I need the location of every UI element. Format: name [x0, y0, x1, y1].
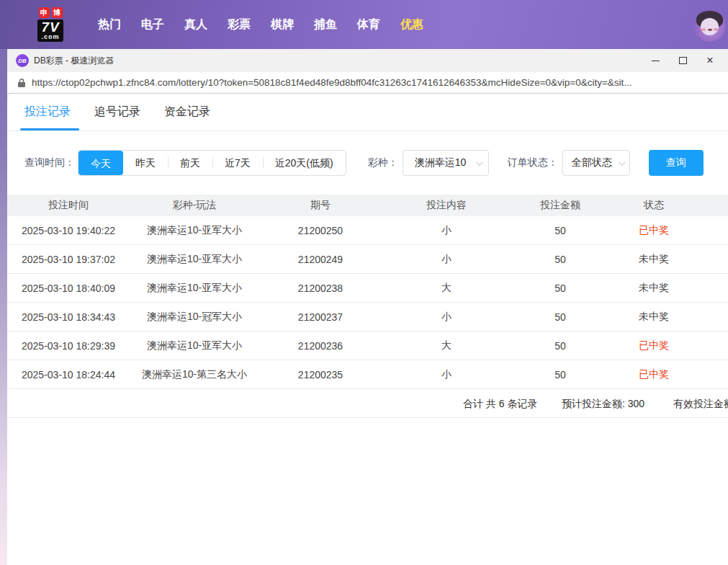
order-status-select[interactable]: 全部状态	[562, 150, 630, 176]
maximize-icon	[679, 57, 687, 64]
nav-item-体育[interactable]: 体育	[347, 17, 390, 32]
nav-item-捕鱼[interactable]: 捕鱼	[304, 17, 347, 32]
table-cell: 已中奖	[609, 224, 698, 237]
minimize-icon	[652, 61, 660, 61]
nav-item-电子[interactable]: 电子	[131, 17, 174, 32]
logo-sub-text: .com	[41, 34, 59, 40]
table-cell: 21200249	[259, 254, 382, 265]
table-row: 2025-03-10 19:40:22澳洲幸运10-亚军大小21200250小5…	[7, 216, 728, 245]
table-cell: 未中奖	[609, 311, 698, 324]
url-text: https://ctop02pchwp1.zfnc84.com/lottery/…	[32, 77, 632, 88]
table-cell: 澳洲幸运10-亚军大小	[130, 253, 259, 266]
table-cell: 澳洲幸运10-亚军大小	[130, 282, 259, 295]
status-select-value: 全部状态	[572, 156, 612, 169]
close-button[interactable]: ×	[696, 49, 724, 72]
table-cell: 2025-03-10 18:34:43	[7, 311, 130, 323]
avatar-face	[701, 18, 719, 35]
table-cell: 澳洲幸运10-亚军大小	[130, 224, 259, 237]
user-avatar[interactable]	[693, 9, 726, 42]
maximize-button[interactable]	[669, 49, 696, 72]
table-cell: 2025-03-10 18:40:09	[7, 282, 130, 294]
table-cell: 50	[511, 311, 609, 323]
status-filter-label: 订单状态：	[508, 156, 558, 169]
time-option-近20天(低频)[interactable]: 近20天(低频)	[263, 151, 346, 175]
table-cell: 50	[511, 225, 609, 236]
nav-item-棋牌[interactable]: 棋牌	[261, 17, 304, 32]
table-cell: 21200250	[259, 225, 382, 236]
table-row: 2025-03-10 18:34:43澳洲幸运10-冠军大小21200237小5…	[7, 303, 728, 332]
table-cell: 50	[511, 369, 609, 381]
table-row: 2025-03-10 18:24:44澳洲幸运10-第三名大小21200235小…	[7, 360, 728, 389]
table-cell: 2025-03-10 19:37:02	[7, 254, 130, 265]
summary-expected-amount: 预计投注金额: 300	[562, 398, 644, 411]
table-header-row: 投注时间彩种-玩法期号投注内容投注金额状态	[7, 195, 728, 216]
table-cell: 21200235	[259, 369, 382, 381]
table-cell: 2025-03-10 18:24:44	[7, 369, 130, 381]
search-button[interactable]: 查询	[649, 150, 704, 176]
table-cell: 已中奖	[609, 339, 698, 352]
close-icon: ×	[706, 55, 713, 66]
window-controls: ×	[642, 49, 724, 72]
summary-valid-amount: 有效投注金额:	[673, 398, 728, 411]
site-logo[interactable]: 申 博 7V .com	[30, 7, 71, 42]
time-option-今天[interactable]: 今天	[78, 151, 123, 175]
table-cell: 50	[511, 254, 609, 265]
table-cell: 小	[382, 253, 511, 266]
nav-item-优惠[interactable]: 优惠	[390, 17, 433, 32]
nav-item-热门[interactable]: 热门	[88, 17, 131, 32]
time-filter-label: 查询时间：	[24, 156, 75, 169]
table-cell: 未中奖	[609, 282, 698, 295]
nav-items: 热门电子真人彩票棋牌捕鱼体育优惠	[88, 17, 433, 32]
tab-追号记录[interactable]: 追号记录	[94, 104, 140, 130]
logo-box: 7V .com	[37, 19, 63, 42]
column-header: 投注时间	[7, 199, 130, 212]
table-row: 2025-03-10 18:40:09澳洲幸运10-亚军大小21200238大5…	[7, 274, 728, 303]
table-cell: 小	[382, 368, 511, 381]
filter-bar: 查询时间： 今天昨天前天近7天近20天(低频) 彩种： 澳洲幸运10 订单状态：…	[7, 150, 728, 176]
time-option-前天[interactable]: 前天	[168, 151, 212, 175]
screen: 申 博 7V .com 热门电子真人彩票棋牌捕鱼体育优惠 DB DB彩票 - 极…	[0, 0, 728, 565]
nav-item-彩票[interactable]: 彩票	[217, 17, 261, 32]
table-cell: 2025-03-10 19:40:22	[7, 225, 130, 236]
table-cell: 大	[382, 282, 511, 295]
tab-资金记录[interactable]: 资金记录	[164, 104, 210, 130]
table-cell: 50	[511, 282, 609, 294]
time-option-近7天[interactable]: 近7天	[212, 151, 263, 175]
column-header: 投注金额	[511, 199, 609, 212]
table-cell: 澳洲幸运10-冠军大小	[130, 311, 259, 324]
window-title: DB彩票 - 极速浏览器	[34, 55, 114, 67]
table-cell: 已中奖	[609, 368, 698, 381]
table-cell: 21200236	[259, 340, 382, 352]
chevron-down-icon	[476, 159, 483, 166]
table-cell: 2025-03-10 18:29:39	[7, 340, 130, 352]
minimize-button[interactable]	[642, 49, 669, 72]
table-cell: 澳洲幸运10-第三名大小	[130, 368, 259, 381]
browser-window: DB DB彩票 - 极速浏览器 × https://ctop02pchwp1.z…	[7, 49, 728, 565]
chevron-down-icon	[619, 159, 626, 166]
table-cell: 大	[382, 339, 511, 352]
url-bar[interactable]: https://ctop02pchwp1.zfnc84.com/lottery/…	[7, 72, 728, 94]
column-header: 状态	[609, 199, 698, 212]
table-row: 2025-03-10 19:37:02澳洲幸运10-亚军大小21200249小5…	[7, 245, 728, 274]
table-cell: 澳洲幸运10-亚军大小	[130, 339, 259, 352]
column-header: 彩种-玩法	[130, 199, 259, 212]
summary-total: 合计 共 6 条记录	[463, 398, 537, 411]
lottery-select-value: 澳洲幸运10	[415, 156, 467, 169]
tab-投注记录[interactable]: 投注记录	[24, 104, 71, 130]
table-body: 2025-03-10 19:40:22澳洲幸运10-亚军大小21200250小5…	[7, 216, 728, 389]
window-titlebar: DB DB彩票 - 极速浏览器 ×	[7, 49, 728, 72]
table-cell: 50	[511, 340, 609, 352]
lottery-select[interactable]: 澳洲幸运10	[403, 150, 489, 176]
logo-badge-right: 博	[52, 7, 63, 18]
time-option-昨天[interactable]: 昨天	[123, 151, 168, 175]
table-row: 2025-03-10 18:29:39澳洲幸运10-亚军大小21200236大5…	[7, 332, 728, 360]
logo-main-text: 7V	[41, 20, 59, 34]
time-filter-group: 今天昨天前天近7天近20天(低频)	[78, 150, 346, 176]
table-cell: 小	[382, 311, 511, 324]
tab-bar: 投注记录追号记录资金记录	[7, 94, 728, 131]
table-cell: 小	[382, 224, 511, 237]
table-cell: 21200237	[259, 311, 382, 323]
nav-item-真人[interactable]: 真人	[174, 17, 217, 32]
lock-icon	[17, 78, 26, 88]
browser-favicon: DB	[16, 54, 29, 67]
